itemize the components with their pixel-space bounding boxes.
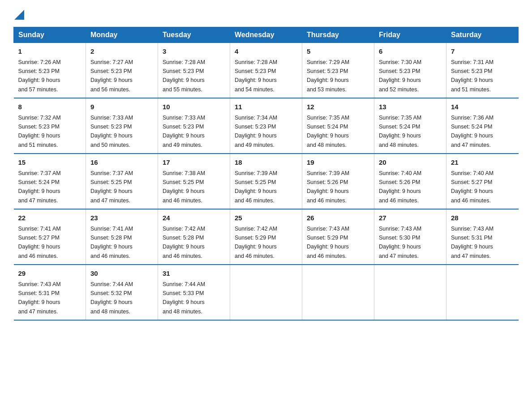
day-of-week-header: Thursday: [302, 27, 374, 43]
day-number: 10: [163, 102, 225, 112]
day-of-week-header: Friday: [374, 27, 446, 43]
day-of-week-header: Sunday: [14, 27, 86, 43]
day-info: Sunrise: 7:39 AMSunset: 5:26 PMDaylight:…: [307, 170, 349, 204]
day-number: 29: [18, 269, 82, 279]
calendar-cell: 12 Sunrise: 7:35 AMSunset: 5:24 PMDaylig…: [302, 98, 374, 154]
day-info: Sunrise: 7:29 AMSunset: 5:23 PMDaylight:…: [307, 59, 349, 93]
calendar-cell: 20 Sunrise: 7:40 AMSunset: 5:26 PMDaylig…: [374, 154, 446, 209]
day-info: Sunrise: 7:32 AMSunset: 5:23 PMDaylight:…: [18, 115, 61, 148]
day-number: 26: [307, 213, 369, 223]
day-info: Sunrise: 7:30 AMSunset: 5:23 PMDaylight:…: [379, 59, 421, 93]
svg-marker-0: [14, 10, 24, 20]
day-of-week-header: Monday: [86, 27, 158, 43]
day-info: Sunrise: 7:27 AMSunset: 5:23 PMDaylight:…: [90, 59, 133, 93]
day-of-week-header: Saturday: [446, 27, 519, 43]
day-info: Sunrise: 7:33 AMSunset: 5:23 PMDaylight:…: [90, 115, 133, 148]
day-number: 15: [18, 158, 82, 168]
calendar-cell: 10 Sunrise: 7:33 AMSunset: 5:23 PMDaylig…: [158, 98, 230, 154]
day-number: 5: [307, 47, 369, 57]
day-info: Sunrise: 7:43 AMSunset: 5:31 PMDaylight:…: [18, 281, 61, 315]
calendar-cell: 29 Sunrise: 7:43 AMSunset: 5:31 PMDaylig…: [14, 265, 86, 320]
day-info: Sunrise: 7:35 AMSunset: 5:24 PMDaylight:…: [379, 115, 421, 148]
calendar-cell: 1 Sunrise: 7:26 AMSunset: 5:23 PMDayligh…: [14, 43, 86, 98]
day-number: 7: [451, 47, 514, 57]
calendar-cell: [302, 265, 374, 320]
day-number: 25: [235, 213, 297, 223]
day-number: 21: [451, 158, 514, 168]
calendar-cell: 26 Sunrise: 7:43 AMSunset: 5:29 PMDaylig…: [302, 209, 374, 265]
day-number: 6: [379, 47, 442, 57]
calendar-cell: 5 Sunrise: 7:29 AMSunset: 5:23 PMDayligh…: [302, 43, 374, 98]
calendar-week-row: 15 Sunrise: 7:37 AMSunset: 5:24 PMDaylig…: [14, 154, 519, 209]
calendar-week-row: 29 Sunrise: 7:43 AMSunset: 5:31 PMDaylig…: [14, 265, 519, 320]
day-info: Sunrise: 7:37 AMSunset: 5:24 PMDaylight:…: [18, 170, 61, 204]
day-number: 9: [90, 102, 153, 112]
day-info: Sunrise: 7:40 AMSunset: 5:26 PMDaylight:…: [379, 170, 421, 204]
day-number: 24: [163, 213, 225, 223]
calendar-cell: 4 Sunrise: 7:28 AMSunset: 5:23 PMDayligh…: [230, 43, 302, 98]
day-number: 14: [451, 102, 514, 112]
calendar-cell: 8 Sunrise: 7:32 AMSunset: 5:23 PMDayligh…: [14, 98, 86, 154]
day-of-week-header: Tuesday: [158, 27, 230, 43]
calendar-cell: 18 Sunrise: 7:39 AMSunset: 5:25 PMDaylig…: [230, 154, 302, 209]
day-info: Sunrise: 7:28 AMSunset: 5:23 PMDaylight:…: [163, 59, 205, 93]
calendar-cell: 19 Sunrise: 7:39 AMSunset: 5:26 PMDaylig…: [302, 154, 374, 209]
logo: [13, 9, 24, 19]
calendar-cell: [446, 265, 519, 320]
calendar-cell: 7 Sunrise: 7:31 AMSunset: 5:23 PMDayligh…: [446, 43, 519, 98]
calendar-cell: 30 Sunrise: 7:44 AMSunset: 5:32 PMDaylig…: [86, 265, 158, 320]
day-number: 13: [379, 102, 442, 112]
day-info: Sunrise: 7:44 AMSunset: 5:33 PMDaylight:…: [163, 281, 205, 315]
calendar-cell: 28 Sunrise: 7:43 AMSunset: 5:31 PMDaylig…: [446, 209, 519, 265]
calendar-table: SundayMondayTuesdayWednesdayThursdayFrid…: [13, 27, 519, 321]
day-number: 16: [90, 158, 153, 168]
day-info: Sunrise: 7:28 AMSunset: 5:23 PMDaylight:…: [235, 59, 277, 93]
logo-triangle-icon: [14, 10, 24, 20]
calendar-cell: 23 Sunrise: 7:41 AMSunset: 5:28 PMDaylig…: [86, 209, 158, 265]
day-number: 2: [90, 47, 153, 57]
day-of-week-header: Wednesday: [230, 27, 302, 43]
day-info: Sunrise: 7:42 AMSunset: 5:28 PMDaylight:…: [163, 226, 205, 259]
day-number: 17: [163, 158, 225, 168]
day-number: 28: [451, 213, 514, 223]
day-number: 22: [18, 213, 82, 223]
day-info: Sunrise: 7:40 AMSunset: 5:27 PMDaylight:…: [451, 170, 493, 204]
calendar-week-row: 8 Sunrise: 7:32 AMSunset: 5:23 PMDayligh…: [14, 98, 519, 154]
calendar-cell: 11 Sunrise: 7:34 AMSunset: 5:23 PMDaylig…: [230, 98, 302, 154]
calendar-cell: [374, 265, 446, 320]
day-number: 4: [235, 47, 297, 57]
calendar-cell: 14 Sunrise: 7:36 AMSunset: 5:24 PMDaylig…: [446, 98, 519, 154]
day-number: 12: [307, 102, 369, 112]
calendar-week-row: 1 Sunrise: 7:26 AMSunset: 5:23 PMDayligh…: [14, 43, 519, 98]
day-info: Sunrise: 7:35 AMSunset: 5:24 PMDaylight:…: [307, 115, 349, 148]
day-number: 31: [163, 269, 225, 279]
day-info: Sunrise: 7:43 AMSunset: 5:29 PMDaylight:…: [307, 226, 349, 259]
calendar-cell: 27 Sunrise: 7:43 AMSunset: 5:30 PMDaylig…: [374, 209, 446, 265]
day-number: 8: [18, 102, 82, 112]
day-info: Sunrise: 7:37 AMSunset: 5:25 PMDaylight:…: [90, 170, 133, 204]
day-number: 30: [90, 269, 153, 279]
calendar-cell: 22 Sunrise: 7:41 AMSunset: 5:27 PMDaylig…: [14, 209, 86, 265]
day-number: 11: [235, 102, 297, 112]
day-info: Sunrise: 7:39 AMSunset: 5:25 PMDaylight:…: [235, 170, 277, 204]
day-number: 1: [18, 47, 82, 57]
day-info: Sunrise: 7:43 AMSunset: 5:31 PMDaylight:…: [451, 226, 493, 259]
day-info: Sunrise: 7:42 AMSunset: 5:29 PMDaylight:…: [235, 226, 277, 259]
calendar-cell: 16 Sunrise: 7:37 AMSunset: 5:25 PMDaylig…: [86, 154, 158, 209]
calendar-cell: 15 Sunrise: 7:37 AMSunset: 5:24 PMDaylig…: [14, 154, 86, 209]
calendar-header-row: SundayMondayTuesdayWednesdayThursdayFrid…: [14, 27, 519, 43]
calendar-week-row: 22 Sunrise: 7:41 AMSunset: 5:27 PMDaylig…: [14, 209, 519, 265]
day-info: Sunrise: 7:41 AMSunset: 5:28 PMDaylight:…: [90, 226, 133, 259]
calendar-cell: 3 Sunrise: 7:28 AMSunset: 5:23 PMDayligh…: [158, 43, 230, 98]
day-number: 18: [235, 158, 297, 168]
calendar-cell: 6 Sunrise: 7:30 AMSunset: 5:23 PMDayligh…: [374, 43, 446, 98]
calendar-cell: 31 Sunrise: 7:44 AMSunset: 5:33 PMDaylig…: [158, 265, 230, 320]
calendar-cell: 2 Sunrise: 7:27 AMSunset: 5:23 PMDayligh…: [86, 43, 158, 98]
calendar-cell: 17 Sunrise: 7:38 AMSunset: 5:25 PMDaylig…: [158, 154, 230, 209]
calendar-cell: 9 Sunrise: 7:33 AMSunset: 5:23 PMDayligh…: [86, 98, 158, 154]
day-info: Sunrise: 7:33 AMSunset: 5:23 PMDaylight:…: [163, 115, 205, 148]
day-info: Sunrise: 7:41 AMSunset: 5:27 PMDaylight:…: [18, 226, 61, 259]
calendar-cell: [230, 265, 302, 320]
day-number: 27: [379, 213, 442, 223]
day-number: 3: [163, 47, 225, 57]
